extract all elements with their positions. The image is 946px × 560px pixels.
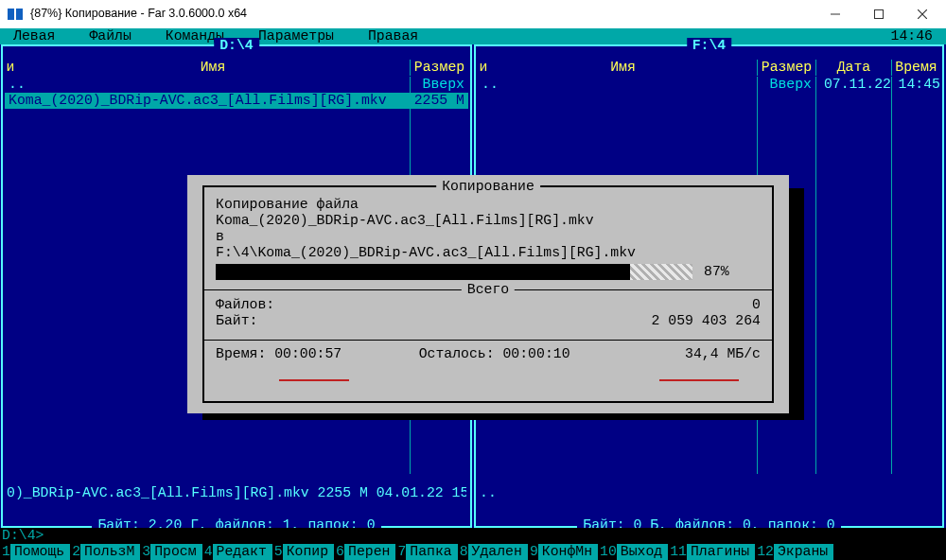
f12[interactable]: 12Экраны <box>755 544 833 560</box>
minimize-button[interactable] <box>814 0 857 28</box>
annotation-underline-speed <box>659 379 739 381</box>
parent-label: .. <box>5 77 410 93</box>
hdr-date[interactable]: Дата <box>815 60 891 76</box>
file-name: Koma_(2020)_BDRip-AVC.ac3_[All.Films][RG… <box>5 93 410 109</box>
panel-right-header: и Имя Размер Дата Время <box>478 60 940 76</box>
maximize-button[interactable] <box>857 0 901 28</box>
f11[interactable]: 11Плагины <box>668 544 755 560</box>
file-size: 2255 M <box>410 93 468 109</box>
hdr-size[interactable]: Размер <box>757 60 815 76</box>
progress-bar <box>216 264 692 280</box>
dlg-bytes: Байт:2 059 403 264 <box>216 313 761 329</box>
progress-fill <box>216 264 630 280</box>
panel-right-footer-file: .. <box>480 485 938 501</box>
eta: 00:00:10 <box>502 346 569 361</box>
command-line[interactable]: D:\4> <box>0 528 946 544</box>
file-row-selected[interactable]: Koma_(2020)_BDRip-AVC.ac3_[All.Films][RG… <box>5 93 468 109</box>
clock: 14:46 <box>891 28 933 44</box>
total-sep: Всего <box>204 289 772 290</box>
col-sep <box>815 77 816 473</box>
hdr-time[interactable]: Время <box>891 60 940 76</box>
f3[interactable]: 3Просм <box>140 544 201 560</box>
svg-rect-2 <box>875 10 884 19</box>
menu-options[interactable]: Параметры <box>258 28 334 44</box>
keybar: 1Помощь 2ПользМ 3Просм 4Редакт 5Копир 6П… <box>0 544 946 560</box>
dlg-time: Время: 00:00:57 Осталось: 00:00:10 34,4 … <box>216 346 761 362</box>
parent-time: 14:45 <box>891 77 940 93</box>
parent-date: 07.11.22 <box>815 77 891 93</box>
f6[interactable]: 6Перен <box>334 544 395 560</box>
parent-size-label: Вверх <box>757 77 815 93</box>
menu-left[interactable]: Левая <box>13 28 55 44</box>
dlg-copying-label: Копирование файла <box>216 197 761 213</box>
f8[interactable]: 8Удален <box>458 544 528 560</box>
parent-label: .. <box>478 77 757 93</box>
bottom-sep <box>204 340 772 341</box>
speed: 34,4 МБ/с <box>647 346 761 362</box>
dialog-title: Копирование <box>436 179 540 195</box>
menu-bar: Левая Файлы Команды Параметры Правая 14:… <box>0 28 946 44</box>
f4[interactable]: 4Редакт <box>202 544 272 560</box>
f5[interactable]: 5Копир <box>272 544 334 560</box>
f9[interactable]: 9КонфМн <box>528 544 598 560</box>
panel-left-footer-file: 0)_BDRip-AVC.ac3_[All.Films][RG].mkv 225… <box>7 485 466 501</box>
panel-right-path[interactable]: F:\4 <box>687 38 732 54</box>
hdr-name[interactable]: Имя <box>489 60 757 76</box>
parent-row-left[interactable]: .. Вверх <box>5 77 468 93</box>
svg-rect-0 <box>8 9 14 20</box>
svg-rect-1 <box>16 9 23 20</box>
hdr-name[interactable]: Имя <box>16 60 410 76</box>
dlg-to-label: в <box>216 229 761 245</box>
dlg-progress: 87% <box>216 264 761 280</box>
close-button[interactable] <box>901 0 944 28</box>
f2[interactable]: 2ПользМ <box>70 544 140 560</box>
parent-size-label: Вверх <box>410 77 468 93</box>
f7[interactable]: 7Папка <box>395 544 457 560</box>
f10[interactable]: 10Выход <box>598 544 668 560</box>
window-title: {87%} Копирование - Far 3.0.6000.0 x64 <box>30 6 247 22</box>
menu-right[interactable]: Правая <box>368 28 418 44</box>
panel-left-header: и Имя Размер <box>5 60 468 76</box>
f1[interactable]: 1Помощь <box>0 544 70 560</box>
elapsed: 00:00:57 <box>274 346 342 361</box>
dlg-files: Файлов:0 <box>216 297 761 313</box>
app-icon <box>8 7 23 22</box>
menu-files[interactable]: Файлы <box>89 28 131 44</box>
hdr-i: и <box>5 60 16 76</box>
copy-dialog: Копирование Копирование файла Koma_(2020… <box>187 175 789 413</box>
hdr-size[interactable]: Размер <box>410 60 468 76</box>
panel-left-path[interactable]: D:\4 <box>214 38 259 54</box>
hdr-i: и <box>478 60 489 76</box>
window-titlebar: {87%} Копирование - Far 3.0.6000.0 x64 <box>0 0 946 28</box>
dlg-src: Koma_(2020)_BDRip-AVC.ac3_[All.Films][RG… <box>216 213 761 229</box>
parent-row-right[interactable]: .. Вверх 07.11.22 14:45 <box>478 77 940 93</box>
dlg-dst: F:\4\Koma_(2020)_BDRip-AVC.ac3_[All.Film… <box>216 245 761 261</box>
col-sep <box>891 77 892 473</box>
progress-pct: 87% <box>704 264 729 280</box>
annotation-underline-elapsed <box>279 379 349 381</box>
